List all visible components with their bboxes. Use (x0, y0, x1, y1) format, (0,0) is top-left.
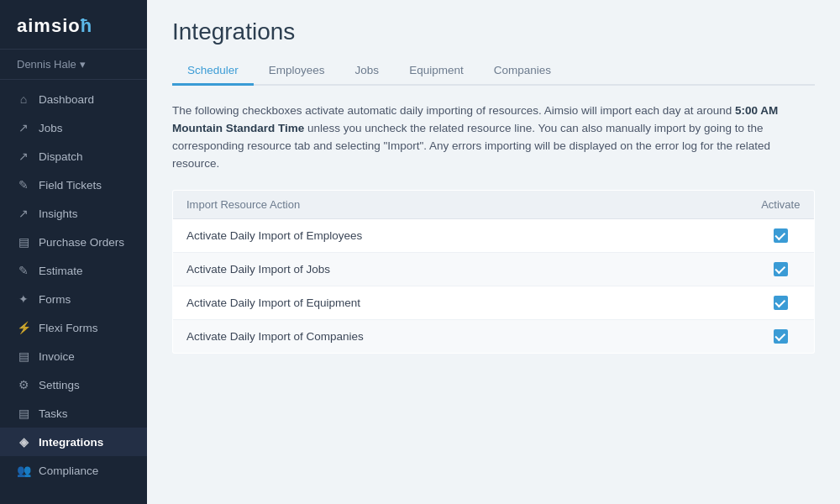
sidebar-item-label: Forms (39, 293, 71, 306)
dispatch-icon: ↗ (17, 150, 30, 163)
page-title: Integrations (172, 18, 815, 45)
table-row: Activate Daily Import of Companies (173, 319, 815, 353)
sidebar-item-label: Jobs (39, 122, 63, 134)
checkbox-equipment[interactable] (774, 296, 788, 310)
page-header: Integrations SchedulerEmployeesJobsEquip… (147, 0, 840, 86)
sidebar-item-label: Invoice (39, 350, 75, 363)
sidebar-item-label: Integrations (39, 436, 103, 449)
jobs-icon: ↗ (17, 121, 30, 134)
sidebar-item-label: Flexi Forms (39, 322, 98, 334)
logo-area: aimsioħ (0, 0, 147, 50)
content-area: The following checkboxes activate automa… (147, 86, 840, 504)
row-activate-equipment[interactable] (748, 286, 815, 319)
flexi-forms-icon: ⚡ (17, 321, 30, 334)
sidebar-item-dashboard[interactable]: ⌂Dashboard (0, 85, 147, 113)
row-label-companies: Activate Daily Import of Companies (173, 319, 748, 353)
checkbox-employees[interactable] (774, 228, 788, 243)
table-row: Activate Daily Import of Employees (173, 218, 815, 252)
info-text: The following checkboxes activate automa… (172, 102, 811, 173)
row-activate-companies[interactable] (748, 319, 815, 353)
settings-icon: ⚙ (17, 378, 30, 391)
checkbox-companies[interactable] (774, 329, 788, 344)
tab-scheduler[interactable]: Scheduler (172, 57, 254, 86)
estimate-icon: ✎ (17, 264, 30, 277)
row-activate-jobs[interactable] (748, 252, 815, 286)
tab-jobs[interactable]: Jobs (340, 57, 395, 86)
sidebar: aimsioħ Dennis Hale ▾ ⌂Dashboard↗Jobs↗Di… (0, 0, 147, 504)
sidebar-item-forms[interactable]: ✦Forms (0, 285, 147, 313)
sidebar-item-insights[interactable]: ↗Insights (0, 199, 147, 228)
sidebar-item-settings[interactable]: ⚙Settings (0, 370, 147, 399)
user-name: Dennis Hale (17, 58, 76, 71)
sidebar-item-label: Estimate (39, 265, 83, 277)
tasks-icon: ▤ (17, 407, 30, 420)
insights-icon: ↗ (17, 207, 30, 220)
compliance-icon: 👥 (17, 464, 30, 477)
sidebar-item-invoice[interactable]: ▤Invoice (0, 342, 147, 370)
col-activate-header: Activate (748, 190, 815, 218)
field-tickets-icon: ✎ (17, 178, 30, 192)
purchase-orders-icon: ▤ (17, 235, 30, 249)
sidebar-item-label: Insights (39, 207, 78, 220)
table-header-row: Import Resource Action Activate (173, 190, 815, 218)
col-action-header: Import Resource Action (173, 190, 748, 218)
sidebar-item-dispatch[interactable]: ↗Dispatch (0, 142, 147, 171)
integrations-icon: ◈ (17, 435, 30, 449)
sidebar-item-integrations[interactable]: ◈Integrations (0, 428, 147, 456)
row-activate-employees[interactable] (748, 218, 815, 252)
user-menu[interactable]: Dennis Hale ▾ (0, 50, 147, 80)
table-row: Activate Daily Import of Jobs (173, 252, 815, 286)
table-row: Activate Daily Import of Equipment (173, 286, 815, 319)
row-label-jobs: Activate Daily Import of Jobs (173, 252, 748, 286)
sidebar-item-tasks[interactable]: ▤Tasks (0, 399, 147, 428)
tabs-bar: SchedulerEmployeesJobsEquipmentCompanies (172, 57, 815, 86)
row-label-employees: Activate Daily Import of Employees (173, 218, 748, 252)
sidebar-item-jobs[interactable]: ↗Jobs (0, 113, 147, 142)
sidebar-item-estimate[interactable]: ✎Estimate (0, 256, 147, 285)
app-logo: aimsioħ (17, 15, 130, 37)
table-body: Activate Daily Import of Employees Activ… (173, 218, 815, 353)
sidebar-item-compliance[interactable]: 👥Compliance (0, 456, 147, 485)
sidebar-item-label: Tasks (39, 407, 68, 420)
tab-equipment[interactable]: Equipment (394, 57, 479, 86)
sidebar-item-field-tickets[interactable]: ✎Field Tickets (0, 171, 147, 199)
checkbox-jobs[interactable] (774, 262, 788, 276)
sidebar-item-label: Settings (39, 379, 80, 391)
tab-employees[interactable]: Employees (254, 57, 340, 86)
user-caret-icon: ▾ (80, 58, 86, 71)
sidebar-item-label: Purchase Orders (39, 236, 124, 249)
sidebar-item-flexi-forms[interactable]: ⚡Flexi Forms (0, 313, 147, 342)
sidebar-item-label: Field Tickets (39, 179, 102, 192)
import-table: Import Resource Action Activate Activate… (172, 190, 815, 354)
tab-companies[interactable]: Companies (479, 57, 566, 86)
invoice-icon: ▤ (17, 349, 30, 363)
sidebar-item-label: Compliance (39, 465, 98, 477)
sidebar-item-purchase-orders[interactable]: ▤Purchase Orders (0, 228, 147, 256)
dashboard-icon: ⌂ (17, 92, 30, 106)
sidebar-item-label: Dashboard (39, 93, 94, 106)
row-label-equipment: Activate Daily Import of Equipment (173, 286, 748, 319)
sidebar-item-label: Dispatch (39, 150, 83, 163)
main-content: Integrations SchedulerEmployeesJobsEquip… (147, 0, 840, 504)
forms-icon: ✦ (17, 292, 30, 306)
nav-list: ⌂Dashboard↗Jobs↗Dispatch✎Field Tickets↗I… (0, 80, 147, 504)
